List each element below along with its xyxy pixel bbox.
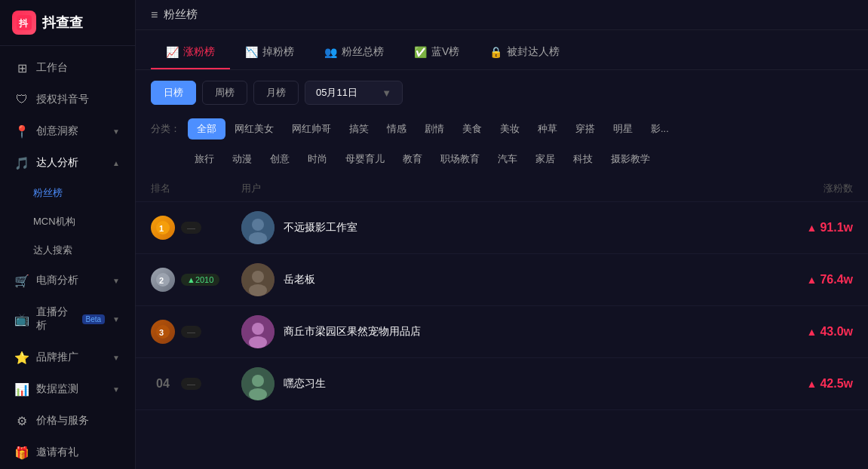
category-row-2: 旅行 动漫 创意 时尚 母婴育儿 教育 职场教育 汽车 家居 科技 摄影教学 (136, 146, 868, 176)
sidebar-item-invite[interactable]: 🎁 邀请有礼 (0, 437, 135, 468)
user-name: 岳老板 (284, 273, 315, 287)
app-logo: 抖 (12, 11, 36, 35)
logo-area: 抖 抖查查 (0, 0, 135, 46)
cart-icon: 🛒 (15, 274, 29, 287)
date-picker[interactable]: 05月11日 ▼ (305, 81, 403, 105)
cat-all[interactable]: 全部 (188, 118, 225, 139)
sidebar-item-ecom[interactable]: 🛒 电商分析 ▼ (0, 265, 135, 296)
tab-fans-up[interactable]: 📈 涨粉榜 (151, 39, 230, 69)
chevron-icon: ▲ (112, 159, 120, 167)
cat-film[interactable]: 影... (642, 118, 678, 139)
music-icon: 🎵 (15, 156, 29, 170)
cat-funny[interactable]: 搞笑 (340, 118, 378, 139)
pin-icon: 📍 (15, 124, 29, 138)
sidebar-item-search[interactable]: 达人搜索 (0, 236, 135, 265)
period-day-button[interactable]: 日榜 (151, 81, 196, 105)
tab-blue-v[interactable]: ✅ 蓝V榜 (399, 39, 474, 69)
period-week-button[interactable]: 周榜 (202, 81, 247, 105)
cat-photo-edu[interactable]: 摄影教学 (602, 149, 659, 170)
sidebar-item-label: 电商分析 (36, 274, 78, 287)
svg-point-10 (252, 271, 264, 283)
chart-icon: 📊 (15, 382, 29, 396)
cat-workplace[interactable]: 职场教育 (431, 149, 489, 170)
cat-car[interactable]: 汽车 (489, 149, 526, 170)
cat-grass[interactable]: 种草 (529, 118, 566, 139)
rank-medal-silver: 2 (151, 268, 175, 292)
sidebar-item-label: 达人分析 (36, 156, 78, 170)
period-month-button[interactable]: 月榜 (253, 81, 299, 105)
table-row[interactable]: 2 ▲2010 岳老板 ▲ 76.4w (136, 254, 868, 306)
sidebar-item-pricing[interactable]: ⚙ 价格与服务 (0, 405, 135, 437)
dropdown-icon: ▼ (382, 87, 391, 99)
cat-cosmetics[interactable]: 美妆 (491, 118, 529, 139)
rank-area: 04 — (151, 372, 241, 396)
cat-creative2[interactable]: 创意 (261, 149, 299, 170)
avatar (241, 367, 275, 400)
workspace-icon: ⊞ (15, 61, 29, 75)
page-title: 粉丝榜 (164, 8, 198, 22)
sidebar-item-mcn[interactable]: MCN机构 (0, 207, 135, 236)
table-row[interactable]: 1 — 不远摄影工作室 ▲ 91.1w (136, 202, 868, 254)
tab-fans-down[interactable]: 📉 掉粉榜 (230, 39, 309, 69)
cat-drama[interactable]: 剧情 (416, 118, 453, 139)
svg-point-5 (252, 219, 264, 231)
cat-beauty-girl[interactable]: 网红美女 (225, 118, 283, 139)
cat-travel[interactable]: 旅行 (186, 149, 223, 170)
cat-handsome-guy[interactable]: 网红帅哥 (283, 118, 340, 139)
sidebar-item-creative[interactable]: 📍 创意洞察 ▼ (0, 115, 135, 147)
col-rank-header: 排名 (151, 182, 241, 195)
cat-emotion[interactable]: 情感 (378, 118, 416, 139)
cat-edu[interactable]: 教育 (394, 149, 431, 170)
up-arrow-icon: ▲ (807, 326, 817, 338)
sidebar-item-label: 品牌推广 (36, 351, 78, 364)
user-area: 商丘市梁园区果然宠物用品店 (241, 315, 732, 348)
sidebar-item-brand[interactable]: ⭐ 品牌推广 ▼ (0, 342, 135, 373)
sidebar-item-live[interactable]: 📺 直播分析 Beta ▼ (0, 296, 135, 342)
main-content: ≡ 粉丝榜 📈 涨粉榜 📉 掉粉榜 👥 粉丝总榜 ✅ 蓝V榜 🔒 被封达人榜 日… (136, 0, 868, 469)
svg-point-11 (249, 284, 267, 296)
cat-food[interactable]: 美食 (453, 118, 491, 139)
sidebar-item-fans-rank[interactable]: 粉丝榜 (0, 179, 135, 207)
rank-medal-bronze: 3 (151, 320, 175, 344)
sidebar-item-label: 直播分析 (36, 305, 72, 333)
sidebar-item-influencer[interactable]: 🎵 达人分析 ▲ (0, 147, 135, 179)
cat-celebrity[interactable]: 明星 (604, 118, 642, 139)
sidebar-item-label: 授权抖音号 (36, 93, 89, 106)
cat-home[interactable]: 家居 (526, 149, 564, 170)
tab-blue-v-label: 蓝V榜 (431, 45, 459, 59)
cat-tech[interactable]: 科技 (564, 149, 602, 170)
tab-fans-total[interactable]: 👥 粉丝总榜 (309, 39, 399, 69)
svg-point-15 (252, 323, 264, 335)
rank-change-value: — (187, 379, 195, 388)
avatar (241, 263, 275, 296)
fans-count: ▲ 76.4w (732, 273, 853, 287)
gift-icon: 🎁 (15, 446, 29, 459)
sidebar-item-workspace[interactable]: ⊞ 工作台 (0, 52, 135, 84)
avatar (241, 211, 275, 244)
sidebar-item-auth[interactable]: 🛡 授权抖音号 (0, 84, 135, 115)
chevron-icon: ▼ (112, 127, 120, 136)
rank-change: — (181, 378, 201, 390)
user-name: 嘿恋习生 (284, 377, 326, 391)
svg-text:3: 3 (159, 328, 164, 337)
rank-change-value: — (187, 223, 195, 232)
cat-parenting[interactable]: 母婴育儿 (336, 149, 394, 170)
user-area: 岳老板 (241, 263, 732, 296)
cat-style[interactable]: 时尚 (299, 149, 336, 170)
rank-num-value: 04 (156, 377, 170, 391)
cat-anime[interactable]: 动漫 (223, 149, 261, 170)
sidebar-item-label: 邀请有礼 (36, 446, 78, 459)
sidebar-item-monitor[interactable]: 📊 数据监测 ▼ (0, 373, 135, 405)
table-row[interactable]: 04 — 嘿恋习生 ▲ 42.5w (136, 358, 868, 410)
cat-fashion[interactable]: 穿搭 (566, 118, 604, 139)
rank-change: — (181, 222, 201, 234)
sidebar-sub-label: 达人搜索 (33, 244, 72, 257)
beta-badge: Beta (82, 314, 106, 324)
user-name: 商丘市梁园区果然宠物用品店 (284, 325, 421, 339)
table-row[interactable]: 3 — 商丘市梁园区果然宠物用品店 ▲ 43.0w (136, 306, 868, 358)
live-icon: 📺 (15, 312, 29, 326)
sidebar-item-label: 数据监测 (36, 382, 78, 396)
tab-locked[interactable]: 🔒 被封达人榜 (474, 39, 575, 69)
svg-point-18 (252, 375, 264, 387)
avatar (241, 315, 275, 348)
